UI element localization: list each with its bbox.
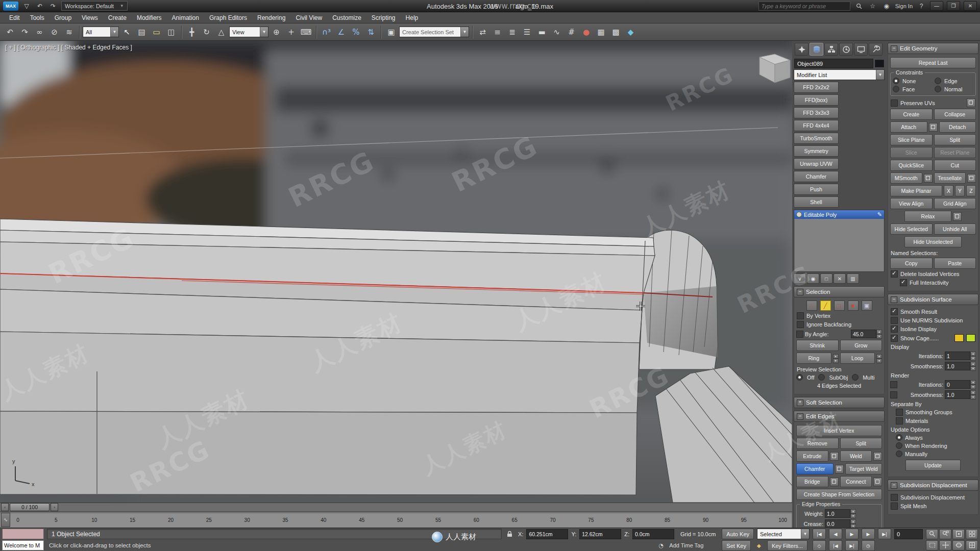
timeline-tick[interactable]: 50	[397, 516, 404, 523]
stack-item-editable-poly[interactable]: Editable Poly ✎	[794, 210, 884, 219]
viewport-label[interactable]: [ + ] [ Orthographic ] [ Shaded + Edged …	[5, 44, 132, 51]
spinner-arrows[interactable]: ▲▼	[970, 362, 976, 370]
subdivision-displacement-checkbox[interactable]	[891, 494, 898, 501]
play-button[interactable]: ▶	[845, 529, 859, 539]
modifier-button[interactable]: Shell	[794, 196, 839, 208]
relax-settings-button[interactable]	[953, 212, 962, 221]
tab-hierarchy[interactable]	[824, 43, 838, 56]
shrink-button[interactable]: Shrink	[796, 340, 839, 351]
msmooth-settings-button[interactable]	[924, 174, 933, 183]
select-and-link-icon[interactable]: ∞	[33, 25, 46, 39]
attach-settings-button[interactable]	[929, 123, 938, 132]
display-iterations-spinner[interactable]: 1▲▼	[945, 352, 976, 360]
edit-geometry-rollout-header[interactable]: − Edit Geometry	[888, 43, 978, 54]
add-time-tag[interactable]: Add Time Tag	[669, 542, 719, 548]
previous-frame-button[interactable]: ◀	[829, 529, 842, 539]
cage-selected-color-swatch[interactable]	[966, 334, 975, 342]
update-always-radio[interactable]	[896, 434, 902, 441]
polygon-subobject-button[interactable]: ■	[848, 300, 859, 311]
menu-item[interactable]: Help	[401, 12, 424, 23]
planar-z-button[interactable]: Z	[966, 185, 976, 196]
remove-modifier-button[interactable]: ✕	[834, 273, 846, 284]
timeline-tick[interactable]: 70	[549, 516, 556, 523]
configure-modifier-sets-button[interactable]: ▥	[847, 273, 859, 284]
preserve-uvs-settings-button[interactable]	[967, 98, 975, 107]
menu-item[interactable]: Customize	[327, 12, 366, 23]
planar-x-button[interactable]: X	[944, 185, 953, 196]
search-icon[interactable]	[854, 2, 864, 11]
timeline-tick[interactable]: 100	[778, 516, 787, 523]
model-receiver-cover[interactable]	[0, 219, 792, 503]
timeline-tick[interactable]: 30	[243, 516, 251, 523]
use-nurms-checkbox[interactable]	[891, 317, 898, 324]
detach-button[interactable]: Detach	[939, 121, 976, 133]
timeline-tick[interactable]: 15	[129, 516, 136, 523]
schematic-view-icon[interactable]: #	[565, 25, 578, 39]
timeline-tick[interactable]: 25	[205, 516, 212, 523]
pin-stack-button[interactable]: ∨	[794, 273, 806, 284]
subdivision-displacement-rollout-header[interactable]: − Subdivision Displacement	[888, 480, 978, 491]
save-icon[interactable]: ▽	[21, 2, 32, 11]
border-subobject-button[interactable]: ▢	[834, 300, 845, 311]
weld-settings-button[interactable]	[873, 452, 882, 461]
zoom-extents-all-icon[interactable]	[966, 529, 978, 539]
minimize-button[interactable]: —	[930, 1, 943, 11]
ribbon-toggle-icon[interactable]: ▬	[535, 25, 549, 39]
select-and-manipulate-icon[interactable]: +	[284, 25, 298, 39]
viewport-canvas[interactable]: x y	[0, 41, 792, 503]
z-coordinate-field[interactable]	[632, 529, 674, 539]
render-iterations-spinner[interactable]: 0▲▼	[945, 380, 976, 389]
display-smoothness-spinner[interactable]: 1.0▲▼	[945, 362, 976, 370]
auto-key-button[interactable]: Auto Key	[722, 529, 754, 539]
preview-multi-radio[interactable]	[852, 374, 859, 381]
constraint-face-radio[interactable]	[893, 86, 899, 92]
percent-snap-icon[interactable]: %	[349, 25, 363, 39]
unhide-all-button[interactable]: Unhide All	[934, 223, 976, 235]
slice-plane-button[interactable]: Slice Plane	[890, 134, 933, 145]
timeline-tick[interactable]: 65	[511, 516, 518, 523]
modifier-button[interactable]: Push	[794, 184, 839, 195]
modifier-stack[interactable]: Editable Poly ✎	[794, 210, 885, 272]
connect-button[interactable]: Connect	[840, 476, 872, 487]
timeline-tick[interactable]: 5	[53, 516, 60, 523]
update-manually-radio[interactable]	[896, 450, 902, 457]
constraint-none-radio[interactable]	[893, 78, 899, 84]
y-coordinate-field[interactable]	[579, 529, 621, 539]
x-coordinate-field[interactable]	[526, 529, 568, 539]
render-setup-icon[interactable]: ▦	[594, 25, 608, 39]
timeline-tick[interactable]: 90	[702, 516, 709, 523]
timeline-tick[interactable]: 35	[282, 516, 289, 523]
material-editor-icon[interactable]: ●	[579, 25, 593, 39]
search-input[interactable]	[758, 2, 850, 11]
object-color-swatch[interactable]	[875, 60, 884, 67]
select-and-move-icon[interactable]: ╋	[185, 25, 199, 39]
msmooth-button[interactable]: MSmooth	[890, 172, 922, 184]
timeline-tick[interactable]: 55	[434, 516, 442, 523]
connect-settings-button[interactable]	[873, 478, 882, 486]
reset-plane-button[interactable]: Reset Plane	[934, 147, 976, 158]
scene-explorer-icon[interactable]: ≣	[505, 25, 519, 39]
selection-region-icon[interactable]: ▭	[150, 25, 163, 39]
window-crossing-icon[interactable]: ◫	[164, 25, 178, 39]
menu-item[interactable]: Create	[103, 12, 132, 23]
collapse-button[interactable]: Collapse	[934, 109, 976, 120]
menu-item[interactable]: Scripting	[366, 12, 401, 23]
hide-selected-button[interactable]: Hide Selected	[890, 223, 933, 235]
show-end-result-button[interactable]: ◉	[807, 273, 819, 284]
remove-button[interactable]: Remove	[796, 438, 839, 449]
timeline-tick[interactable]: 40	[320, 516, 327, 523]
view-align-button[interactable]: View Align	[890, 198, 933, 209]
preserve-uvs-checkbox[interactable]	[891, 99, 898, 107]
menu-item[interactable]: Tools	[25, 12, 50, 23]
workspace-dropdown[interactable]: Workspace: Default ▼	[61, 1, 128, 11]
slice-button[interactable]: Slice	[890, 147, 933, 158]
redo-icon[interactable]: ↷	[18, 25, 32, 39]
by-angle-spinner[interactable]: 45.0 ▲▼	[851, 330, 882, 338]
constraint-normal-radio[interactable]	[935, 86, 941, 92]
user-icon[interactable]: ◉	[881, 2, 892, 11]
timeline-tick[interactable]: 20	[167, 516, 174, 523]
go-to-start-button[interactable]: |◀	[813, 529, 826, 539]
render-smoothness-spinner[interactable]: 1.0▲▼	[945, 390, 976, 399]
track-bar[interactable]: ∿ 05101520253035404550556065707580859095…	[0, 511, 792, 528]
rendered-frame-window-icon[interactable]: ▩	[609, 25, 623, 39]
